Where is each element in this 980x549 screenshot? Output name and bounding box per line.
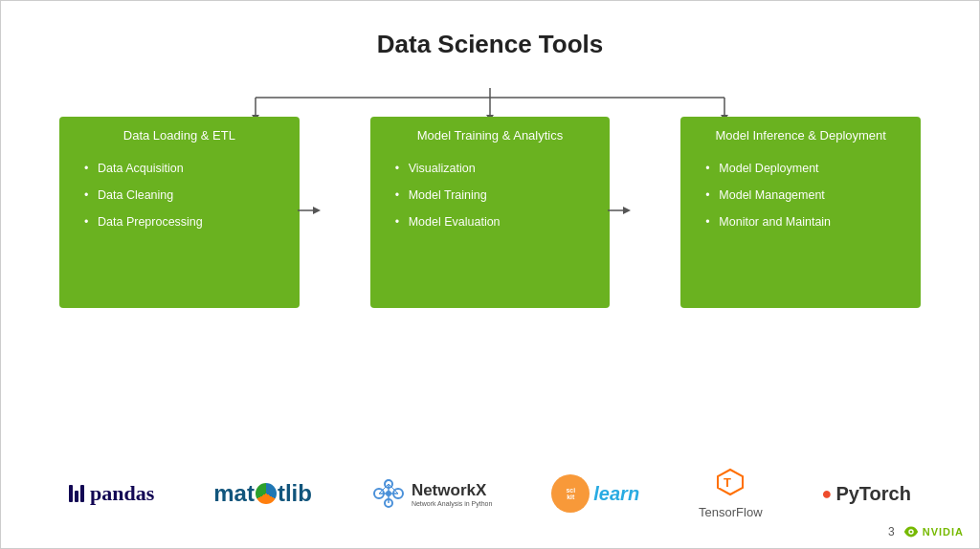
sklearn-logo: scikit learn bbox=[551, 474, 639, 513]
tensorflow-logo: T TensorFlow bbox=[699, 468, 762, 519]
pandas-label: pandas bbox=[90, 481, 154, 506]
boxes-row: Data Loading & ETL Data Acquisition Data… bbox=[59, 117, 921, 308]
list-item: Data Acquisition bbox=[84, 162, 284, 175]
list-item: Model Evaluation bbox=[395, 215, 595, 229]
diagram-area: Data Loading & ETL Data Acquisition Data… bbox=[39, 88, 941, 308]
box-inference-items: Model Deployment Model Management Monito… bbox=[696, 162, 905, 229]
matplotlib-logo: mat tlib bbox=[213, 480, 312, 507]
svg-text:T: T bbox=[724, 475, 731, 490]
pytorch-logo: ● PyTorch bbox=[822, 483, 911, 505]
nvidia-logo: NVIDIA bbox=[902, 523, 964, 540]
list-item: Data Preprocessing bbox=[84, 215, 284, 229]
list-item: Data Cleaning bbox=[84, 188, 284, 202]
box-etl-title: Data Loading & ETL bbox=[75, 128, 284, 143]
footer: 3 NVIDIA bbox=[888, 523, 964, 540]
networkx-icon bbox=[371, 476, 406, 511]
sklearn-label: learn bbox=[593, 483, 639, 505]
page-number: 3 bbox=[888, 525, 895, 538]
matplotlib-icon bbox=[256, 483, 277, 504]
pytorch-label: PyTorch bbox=[835, 483, 911, 505]
box-etl: Data Loading & ETL Data Acquisition Data… bbox=[59, 117, 300, 308]
box-training: Model Training & Analytics Visualization… bbox=[370, 117, 611, 308]
pandas-logo: pandas bbox=[69, 481, 154, 506]
list-item: Model Management bbox=[705, 188, 905, 202]
box-inference: Model Inference & Deployment Model Deplo… bbox=[680, 117, 921, 308]
matplotlib-text-2: tlib bbox=[278, 480, 312, 507]
networkx-label: NetworkX bbox=[412, 481, 492, 500]
svg-marker-8 bbox=[313, 207, 321, 214]
nvidia-label: NVIDIA bbox=[923, 526, 964, 538]
tensorflow-label: TensorFlow bbox=[699, 505, 762, 519]
svg-point-25 bbox=[909, 531, 912, 534]
list-item: Visualization bbox=[395, 162, 595, 175]
tensorflow-icon: T bbox=[716, 468, 745, 503]
list-item: Model Deployment bbox=[705, 162, 905, 175]
networkx-logo: NetworkX Network Analysis in Python bbox=[371, 476, 492, 511]
box-etl-items: Data Acquisition Data Cleaning Data Prep… bbox=[75, 162, 284, 229]
svg-marker-10 bbox=[623, 207, 631, 214]
list-item: Monitor and Maintain bbox=[705, 215, 905, 229]
pandas-bars-icon bbox=[69, 485, 84, 502]
sklearn-icon: scikit bbox=[551, 474, 590, 513]
box-training-items: Visualization Model Training Model Evalu… bbox=[386, 162, 595, 229]
nvidia-icon bbox=[902, 523, 920, 540]
logo-bar: pandas mat tlib bbox=[39, 468, 941, 519]
box-training-title: Model Training & Analytics bbox=[386, 128, 595, 143]
box-inference-title: Model Inference & Deployment bbox=[696, 128, 905, 143]
slide: Data Science Tools bbox=[0, 0, 980, 549]
networkx-sublabel: Network Analysis in Python bbox=[412, 500, 492, 507]
top-connector bbox=[203, 88, 777, 117]
slide-title: Data Science Tools bbox=[39, 20, 941, 59]
matplotlib-text-1: mat bbox=[213, 480, 255, 507]
pytorch-icon: ● bbox=[822, 484, 833, 504]
list-item: Model Training bbox=[395, 188, 595, 202]
